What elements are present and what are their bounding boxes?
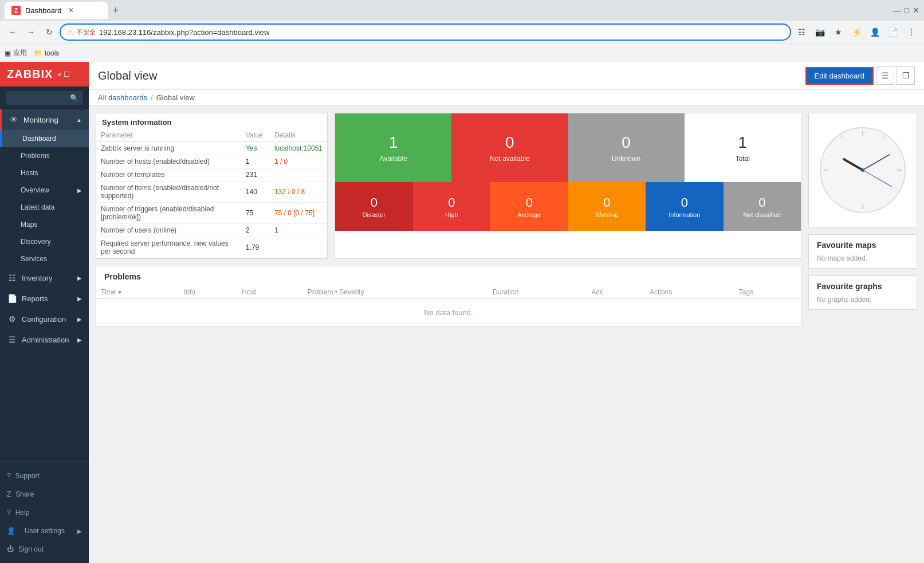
tab-title: Dashboard — [25, 6, 62, 15]
tick-12 — [862, 131, 863, 136]
reading-list-icon[interactable]: 📄 — [885, 24, 901, 40]
search-icon[interactable]: 🔍 — [70, 94, 78, 102]
restore-button[interactable]: □ — [905, 6, 909, 15]
sidebar-item-latest-data[interactable]: Latest data — [0, 199, 89, 216]
sidebar-item-discovery[interactable]: Discovery — [0, 233, 89, 250]
warning-label: Warning — [595, 211, 619, 218]
sidebar-item-overview[interactable]: Overview ▶ — [0, 182, 89, 199]
availability-tiles-row: 1 Available 0 Not available 0 Unknown — [335, 113, 801, 182]
problems-col-header: Ack — [587, 286, 645, 299]
reload-button[interactable]: ↻ — [41, 24, 57, 40]
inventory-icon: ☷ — [7, 273, 17, 282]
no-data-row: No data found. — [96, 299, 801, 326]
sys-info-header: System information — [96, 113, 327, 129]
warning-count: 0 — [603, 195, 610, 210]
sys-info-row: Required server performance, new values … — [96, 237, 327, 258]
address-bar[interactable]: ⚠ 不安全 192.168.23.116/zabbix.php?action=d… — [60, 23, 791, 41]
sidebar-item-sign-out[interactable]: ⏻ Sign out — [0, 540, 89, 558]
sidebar-inventory-label: Inventory — [22, 274, 73, 282]
help-icon: ? — [7, 509, 11, 517]
information-count: 0 — [681, 195, 688, 210]
menu-icon[interactable]: ⋮ — [903, 24, 919, 40]
problems-title: Problems — [96, 266, 801, 286]
bookmark-apps[interactable]: ▣ 应用 — [5, 48, 27, 58]
monitoring-icon: 👁 — [9, 115, 19, 124]
fav-maps-title: Favourite maps — [817, 241, 909, 250]
chevron-right-icon-admin: ▶ — [77, 337, 82, 343]
sidebar-item-share[interactable]: Z Share — [0, 485, 89, 503]
warning-tile: 0 Warning — [568, 182, 646, 231]
fav-maps-empty: No maps added. — [817, 254, 909, 262]
sidebar-item-label: Monitoring — [23, 116, 72, 124]
bookmark-star-icon[interactable]: ★ — [830, 24, 846, 40]
sys-info-details — [270, 237, 327, 258]
hour-hand — [842, 158, 863, 171]
sidebar-item-problems[interactable]: Problems — [0, 147, 89, 164]
bookmark-tools[interactable]: 📁 tools — [34, 49, 59, 57]
address-text[interactable]: 192.168.23.116/zabbix.php?action=dashboa… — [99, 28, 269, 37]
close-button[interactable]: ✕ — [913, 6, 919, 15]
sidebar-item-hosts[interactable]: Hosts — [0, 164, 89, 182]
back-button[interactable]: ← — [5, 24, 21, 40]
problems-widget: Problems Time ▾InfoHostProblem • Severit… — [96, 266, 801, 326]
sidebar-item-monitoring[interactable]: 👁 Monitoring ▲ — [0, 109, 89, 130]
sys-info-value: 140 — [241, 182, 270, 203]
minimize-button[interactable]: — — [893, 6, 901, 15]
profile-icon[interactable]: 👤 — [867, 24, 883, 40]
high-tile: 0 High — [413, 182, 491, 231]
disaster-count: 0 — [371, 195, 378, 210]
system-info-table: Parameter Value Details Zabbix server is… — [96, 129, 327, 258]
screenshot-icon[interactable]: 📷 — [812, 24, 828, 40]
sidebar-item-user-settings[interactable]: 👤 User settings ▶ — [0, 522, 89, 540]
sidebar-item-maps[interactable]: Maps — [0, 216, 89, 233]
forward-button[interactable]: → — [23, 24, 39, 40]
tick-3 — [897, 170, 902, 171]
sidebar-expand-icon[interactable]: ☐ — [64, 70, 70, 78]
sys-info-param: Number of items (enabled/disabled/not su… — [96, 182, 241, 203]
top-section: System information Parameter Value Detai… — [96, 113, 801, 259]
collapse-icon[interactable]: « — [57, 70, 61, 78]
support-icon: ? — [7, 472, 11, 480]
bookmarks-bar-toggle[interactable]: ☷ — [793, 24, 809, 40]
sidebar: ZABBIX « ☐ 🔍 👁 Monitoring ▲ Dashboard Pr… — [0, 62, 89, 563]
fullscreen-button[interactable]: ❐ — [897, 66, 915, 85]
browser-tab[interactable]: Z Dashboard ✕ — [5, 2, 108, 19]
sys-info-details: 132 / 0 / 8 — [270, 182, 327, 203]
minute-hand — [863, 154, 891, 171]
list-view-button[interactable]: ☰ — [876, 66, 894, 85]
sidebar-item-reports[interactable]: 📄 Reports ▶ — [0, 288, 89, 309]
sidebar-item-administration[interactable]: ☰ Administration ▶ — [0, 329, 89, 350]
information-label: Information — [669, 211, 700, 218]
sys-info-row: Number of users (online)21 — [96, 224, 327, 237]
sys-info-value: 1 — [241, 155, 270, 168]
unknown-count: 0 — [622, 133, 631, 152]
sidebar-item-dashboard[interactable]: Dashboard — [0, 130, 89, 147]
tick-11 — [841, 135, 844, 139]
breadcrumb-parent-link[interactable]: All dashboards — [98, 93, 147, 102]
extensions-icon[interactable]: ⚡ — [848, 24, 864, 40]
browser-titlebar: Z Dashboard ✕ + — □ ✕ — [0, 0, 924, 21]
not-available-count: 0 — [505, 133, 514, 152]
sidebar-item-help[interactable]: ? Help — [0, 503, 89, 522]
sidebar-item-inventory[interactable]: ☷ Inventory ▶ — [0, 267, 89, 288]
sidebar-footer: ? Support Z Share ? Help 👤 User settings… — [0, 462, 89, 563]
high-label: High — [445, 211, 458, 218]
breadcrumb-current: Global view — [156, 93, 195, 102]
problems-col-header: Duration — [488, 286, 587, 299]
sys-info-row: Number of hosts (enabled/disabled)11 / 0 — [96, 155, 327, 168]
sidebar-item-support[interactable]: ? Support — [0, 467, 89, 485]
severity-tiles-row: 0 Disaster 0 High 0 Average — [335, 182, 801, 231]
favourite-graphs-widget: Favourite graphs No graphs added. — [808, 275, 917, 310]
sidebar-item-services[interactable]: Services — [0, 250, 89, 267]
edit-dashboard-button[interactable]: Edit dashboard — [805, 67, 874, 85]
share-icon: Z — [7, 490, 11, 498]
not-available-tile: 0 Not available — [451, 113, 568, 182]
fav-graphs-title: Favourite graphs — [817, 282, 909, 291]
security-icon: ⚠ — [68, 29, 73, 36]
tab-close-button[interactable]: ✕ — [66, 6, 76, 15]
sys-info-row: Number of triggers (enabled/disabled [pr… — [96, 203, 327, 224]
new-tab-button[interactable]: + — [108, 2, 124, 18]
folder-icon: 📁 — [34, 49, 42, 57]
sidebar-item-configuration[interactable]: ⚙ Configuration ▶ — [0, 309, 89, 329]
sys-info-title: System information — [102, 118, 171, 127]
